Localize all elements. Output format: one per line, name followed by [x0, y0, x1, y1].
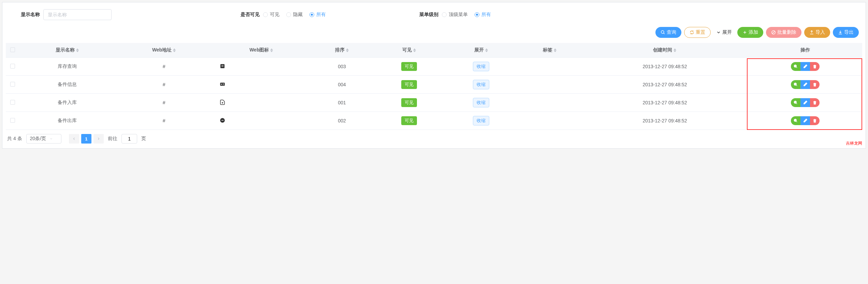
col-header-visible[interactable]: 可见	[374, 43, 445, 58]
import-button[interactable]: 导入	[804, 27, 830, 38]
filter-name-label: 显示名称	[13, 12, 40, 18]
svg-point-23	[794, 119, 796, 121]
cell-createtime: 2013-12-27 09:48:52	[581, 112, 748, 130]
page-size-select[interactable]: 20条/页	[26, 134, 61, 144]
export-button[interactable]: 导出	[833, 27, 859, 38]
delete-button[interactable]	[810, 80, 820, 89]
edit-icon	[803, 82, 808, 87]
visible-tag: 可见	[401, 98, 417, 107]
delete-button[interactable]	[810, 62, 820, 71]
prev-page-button[interactable]	[69, 134, 79, 144]
view-button[interactable]	[791, 62, 800, 71]
row-checkbox[interactable]	[10, 64, 15, 69]
svg-point-19	[794, 101, 796, 103]
view-button[interactable]	[791, 116, 800, 125]
add-button[interactable]: 添加	[737, 27, 763, 38]
goto-page-input[interactable]	[121, 134, 137, 144]
cell-url: #	[115, 58, 213, 76]
plus-icon	[742, 30, 747, 35]
cell-tag	[518, 76, 581, 94]
col-header-icon[interactable]: Web图标	[213, 43, 310, 58]
col-header-expand[interactable]: 展开	[445, 43, 518, 58]
cell-sort: 001	[310, 94, 374, 112]
radio-level-all[interactable]: 所有	[475, 12, 491, 18]
expand-tag: 收缩	[473, 98, 489, 107]
expand-toggle[interactable]: 展开	[713, 29, 735, 35]
trash-icon	[812, 64, 817, 69]
col-header-name[interactable]: 显示名称	[19, 43, 115, 58]
reset-button[interactable]: 重置	[684, 27, 711, 38]
batch-delete-button[interactable]: 批量删除	[766, 27, 801, 38]
table-row: 备件入库 # 001 可见 收缩 2013-12-27 09:48:52	[6, 94, 862, 112]
delete-button[interactable]	[810, 116, 820, 125]
cell-actions	[748, 94, 862, 112]
cell-name: 库存查询	[19, 58, 115, 76]
svg-point-15	[794, 83, 796, 85]
view-button[interactable]	[791, 98, 800, 107]
col-header-tag[interactable]: 标签	[518, 43, 581, 58]
forbidden-icon	[771, 30, 776, 35]
filter-visibility-group: 是否可见 可见 隐藏 所有	[232, 12, 326, 18]
search-icon	[793, 100, 798, 105]
cell-actions	[748, 58, 862, 76]
cell-sort: 003	[310, 58, 374, 76]
col-header-actions: 操作	[748, 43, 862, 58]
edit-button[interactable]	[800, 80, 810, 89]
row-checkbox[interactable]	[10, 82, 15, 87]
page-number-button[interactable]: 1	[81, 134, 91, 144]
pagination-bar: 共 4 条 20条/页 1 前往 页	[6, 130, 862, 145]
cell-sort: 002	[310, 112, 374, 130]
file-plus-icon	[219, 99, 226, 105]
col-header-createtime[interactable]: 创建时间	[581, 43, 748, 58]
search-icon	[793, 64, 798, 69]
view-button[interactable]	[791, 80, 800, 89]
chevron-down-icon	[49, 137, 53, 140]
edit-button[interactable]	[800, 98, 810, 107]
filter-name-input[interactable]	[43, 9, 112, 20]
svg-point-0	[661, 31, 664, 33]
svg-point-12	[221, 84, 222, 85]
data-table: 显示名称 Web地址 Web图标 排序 可见 展开 标签 创建时间 操作 库存查…	[6, 43, 862, 130]
cell-sort: 004	[310, 76, 374, 94]
filter-bar: 显示名称 是否可见 可见 隐藏 所有 菜单级别 顶级菜单 所有	[6, 9, 862, 27]
filter-level-label: 菜单级别	[411, 12, 438, 18]
delete-button[interactable]	[810, 98, 820, 107]
svg-line-16	[796, 85, 797, 86]
select-all-checkbox[interactable]	[10, 47, 15, 52]
row-checkbox[interactable]	[10, 100, 15, 105]
table-row: 备件出库 # 002 可见 收缩 2013-12-27 09:48:52	[6, 112, 862, 130]
action-bar: 查询 重置 展开 添加 批量删除 导入 导出	[6, 27, 862, 43]
edit-button[interactable]	[800, 62, 810, 71]
svg-rect-11	[220, 83, 225, 86]
expand-tag: 收缩	[473, 116, 489, 125]
col-header-url[interactable]: Web地址	[115, 43, 213, 58]
cell-name: 备件信息	[19, 76, 115, 94]
search-icon	[661, 30, 665, 35]
filter-name-group: 显示名称	[13, 9, 112, 20]
cell-url: #	[115, 76, 213, 94]
cell-url: #	[115, 94, 213, 112]
radio-top-menu[interactable]: 顶级菜单	[442, 12, 468, 18]
book-icon	[219, 63, 226, 69]
cell-icon	[213, 112, 310, 130]
radio-hidden[interactable]: 隐藏	[286, 12, 303, 18]
edit-button[interactable]	[800, 116, 810, 125]
chevron-right-icon	[97, 137, 101, 141]
radio-visibility-all[interactable]: 所有	[309, 12, 326, 18]
cell-createtime: 2013-12-27 09:48:52	[581, 76, 748, 94]
radio-visible[interactable]: 可见	[263, 12, 279, 18]
table-row: 库存查询 # 003 可见 收缩 2013-12-27 09:48:52	[6, 58, 862, 76]
search-button[interactable]: 查询	[655, 27, 681, 38]
visible-tag: 可见	[401, 80, 417, 89]
visible-tag: 可见	[401, 116, 417, 125]
next-page-button[interactable]	[93, 134, 104, 144]
minus-circle-icon	[219, 117, 226, 123]
svg-line-1	[664, 33, 665, 34]
watermark: 吉林龙网	[846, 140, 862, 146]
col-header-sort[interactable]: 排序	[310, 43, 374, 58]
cell-name: 备件出库	[19, 112, 115, 130]
chevron-left-icon	[72, 137, 76, 141]
goto-suffix: 页	[141, 136, 146, 142]
cell-name: 备件入库	[19, 94, 115, 112]
row-checkbox[interactable]	[10, 118, 15, 123]
